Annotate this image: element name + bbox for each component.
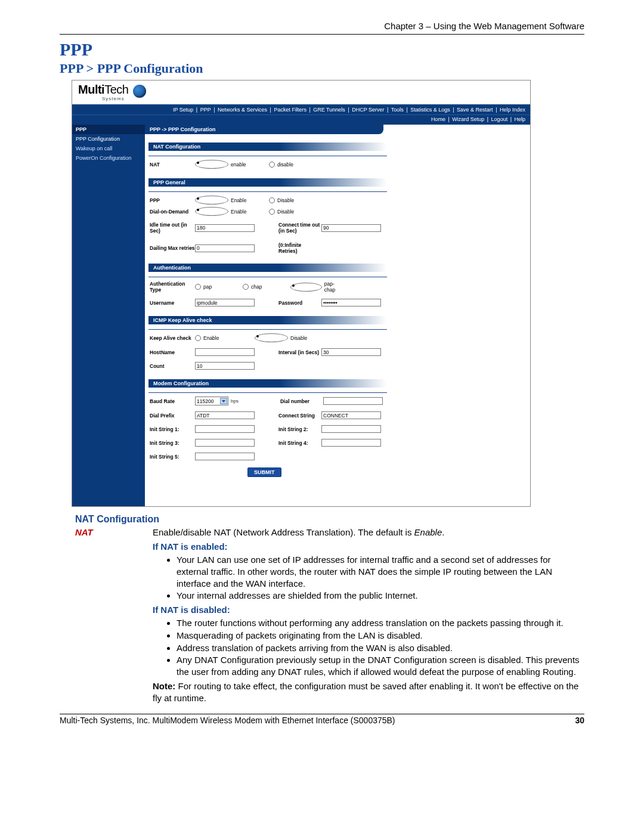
radio-auth-pap[interactable]: pap	[195, 284, 243, 290]
label-connect-timeout: Connect time out (in Sec)	[278, 222, 321, 234]
radio-nat-enable[interactable]: enable	[195, 160, 269, 169]
input-init-string-5[interactable]	[195, 453, 255, 460]
radio-keepalive-disable[interactable]: Disable	[255, 333, 329, 342]
input-count[interactable]	[195, 362, 255, 370]
menu-item[interactable]: GRE Tunnels	[313, 107, 345, 113]
section-modem-configuration-title: Modem Configuration	[148, 379, 387, 388]
section-divider	[148, 156, 387, 156]
subheading-nat-disabled: If NAT is disabled:	[75, 604, 584, 616]
submenu-item[interactable]: Help	[514, 116, 525, 122]
radio-keepalive-enable[interactable]: Enable	[195, 335, 255, 341]
input-init-string-1[interactable]	[195, 425, 255, 433]
sidebar-item-wakeup-on-call[interactable]: Wakeup on call	[72, 144, 145, 153]
submenu-item[interactable]: Logout	[491, 116, 508, 122]
label-password: Password	[278, 300, 321, 306]
menu-item[interactable]: Help Index	[500, 107, 525, 113]
sub-menu: Home | Wizard Setup | Logout | Help	[72, 114, 530, 125]
menu-item[interactable]: Save & Restart	[457, 107, 493, 113]
chapter-header: Chapter 3 – Using the Web Management Sof…	[60, 21, 584, 31]
main-menu: IP Setup | PPP | Networks & Services | P…	[72, 104, 530, 114]
input-idle-timeout[interactable]	[195, 224, 255, 232]
menu-item[interactable]: Packet Filters	[274, 107, 306, 113]
body-heading-nat-configuration: NAT Configuration	[75, 513, 584, 525]
label-dial-on-demand: Dial-on-Demand	[150, 209, 195, 215]
menu-item[interactable]: Networks & Services	[218, 107, 267, 113]
section-divider	[148, 392, 387, 393]
label-hostname: HostName	[150, 349, 195, 355]
label-count: Count	[150, 363, 195, 369]
input-dial-prefix[interactable]	[195, 411, 255, 419]
note-infinite-retries: (0:Infinite Retries)	[278, 242, 321, 254]
label-ppp: PPP	[150, 197, 195, 203]
input-connect-string[interactable]	[321, 411, 381, 419]
list-item: The router functions without performing …	[177, 617, 584, 629]
sidebar-item-poweron-configuration[interactable]: PowerOn Configuration	[72, 153, 145, 163]
section-divider	[148, 329, 387, 330]
label-init-string-4: Init String 4:	[278, 440, 321, 446]
footer-divider	[60, 714, 584, 714]
radio-auth-chap[interactable]: chap	[243, 284, 290, 290]
input-interval[interactable]	[321, 348, 381, 356]
page-subtitle: PPP > PPP Configuration	[60, 61, 584, 76]
label-idle-timeout: Idle time out (in Sec)	[150, 222, 195, 234]
menu-item[interactable]: IP Setup	[173, 107, 193, 113]
section-divider	[148, 191, 387, 192]
section-ppp-general-title: PPP General	[148, 178, 387, 187]
input-init-string-3[interactable]	[195, 439, 255, 447]
input-dial-number[interactable]	[323, 397, 383, 405]
input-username[interactable]	[195, 299, 255, 306]
input-dial-max-retries[interactable]	[195, 244, 255, 252]
section-nat-title: NAT Configuration	[148, 143, 387, 151]
label-connect-string: Connect String	[278, 413, 321, 419]
label-init-string-5: Init String 5:	[150, 454, 195, 460]
label-interval: Interval (in Secs)	[278, 349, 321, 355]
chevron-down-icon	[220, 398, 227, 404]
logo-orb-icon	[133, 85, 146, 98]
divider	[60, 34, 584, 35]
label-auth-type: Authentication Type	[150, 281, 195, 293]
select-baud-rate[interactable]: 115200	[195, 397, 228, 405]
list-nat-disabled: The router functions without performing …	[75, 617, 584, 678]
unit-bps: bps	[231, 398, 239, 404]
list-item: Your internal addresses are shielded fro…	[177, 590, 584, 602]
label-dial-max-retries: Dailing Max retries	[150, 245, 195, 251]
input-hostname[interactable]	[195, 348, 255, 356]
radio-ppp-enable[interactable]: Enable	[195, 196, 269, 205]
logo-multi: MultiTech	[78, 83, 128, 96]
label-init-string-2: Init String 2:	[278, 426, 321, 432]
input-connect-timeout[interactable]	[321, 224, 381, 232]
input-password[interactable]	[321, 299, 381, 306]
list-item: Your LAN can use one set of IP addresses…	[177, 554, 584, 589]
menu-item[interactable]: DHCP Server	[352, 107, 384, 113]
page-title: PPP	[60, 39, 584, 60]
main-panel: PPP -> PPP Configuration NAT Configurati…	[145, 125, 530, 506]
radio-dod-enable[interactable]: Enable	[195, 207, 269, 216]
label-nat: NAT	[150, 162, 195, 168]
submenu-item[interactable]: Home	[431, 116, 445, 122]
label-dial-prefix: Dial Prefix	[150, 413, 195, 419]
sidebar-category: PPP	[72, 125, 145, 134]
input-init-string-2[interactable]	[321, 425, 381, 433]
breadcrumb: PPP -> PPP Configuration	[145, 125, 383, 134]
page-number: 30	[575, 716, 584, 725]
radio-dod-disable[interactable]: Disable	[269, 209, 343, 215]
radio-nat-disable[interactable]: disable	[269, 162, 343, 168]
label-username: Username	[150, 300, 195, 306]
radio-auth-pap-chap[interactable]: pap-chap	[290, 281, 344, 293]
label-dial-number: Dial number	[280, 398, 323, 404]
radio-ppp-disable[interactable]: Disable	[269, 197, 343, 203]
list-item: Masquerading of packets originating from…	[177, 630, 584, 642]
submit-button[interactable]: SUBMIT	[247, 467, 281, 477]
footer-text: Multi-Tech Systems, Inc. MultiModem Wire…	[60, 716, 395, 725]
section-authentication-title: Authentication	[148, 264, 387, 272]
list-nat-enabled: Your LAN can use one set of IP addresses…	[75, 554, 584, 602]
sidebar-item-ppp-configuration[interactable]: PPP Configuration	[72, 134, 145, 144]
menu-item[interactable]: Tools	[391, 107, 404, 113]
list-item: Any DNAT Configuration previously setup …	[177, 654, 584, 678]
app-logo-bar: MultiTech Systems	[72, 80, 530, 104]
menu-item[interactable]: Statistics & Logs	[410, 107, 450, 113]
input-init-string-4[interactable]	[321, 439, 381, 447]
subheading-nat-enabled: If NAT is enabled:	[75, 541, 584, 553]
submenu-item[interactable]: Wizard Setup	[452, 116, 484, 122]
menu-item[interactable]: PPP	[200, 107, 211, 113]
